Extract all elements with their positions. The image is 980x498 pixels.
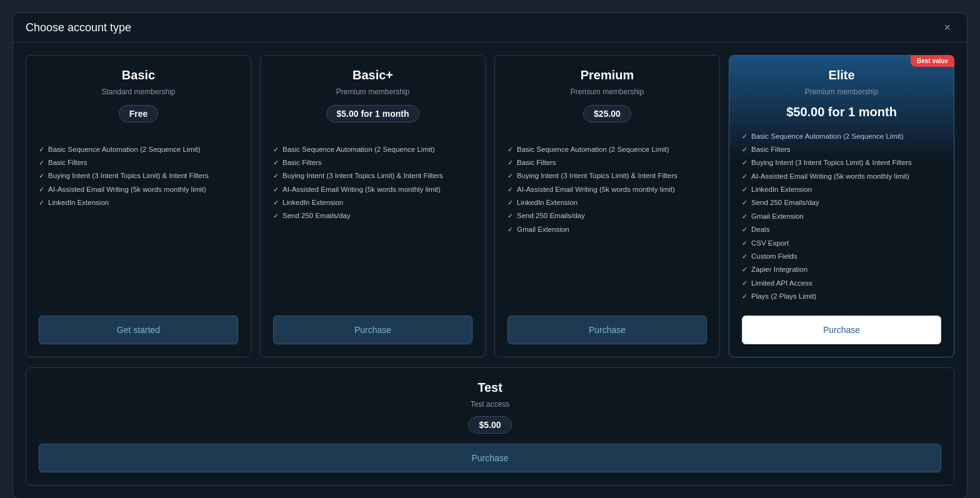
feature-item: Limited API Access — [742, 276, 941, 289]
feature-item: LinkedIn Extension — [273, 196, 472, 209]
feature-item: Buying Intent (3 Intent Topics Limit) & … — [508, 169, 707, 182]
plan-type: Premium membership — [273, 87, 472, 96]
plan-card-basic: BasicStandard membershipFreeBasic Sequen… — [26, 55, 251, 357]
plan-purchase-button[interactable]: Purchase — [508, 316, 707, 344]
plan-card-premium: PremiumPremium membership$25.00Basic Seq… — [494, 55, 720, 357]
feature-item: Basic Filters — [742, 142, 941, 156]
plan-name: Premium — [508, 68, 707, 82]
close-button[interactable]: × — [940, 21, 954, 34]
feature-item: LinkedIn Extension — [742, 183, 941, 196]
feature-item: Basic Sequence Automation (2 Sequence Li… — [39, 142, 238, 156]
plan-purchase-button[interactable]: Purchase — [742, 316, 941, 344]
plan-name: Basic — [39, 68, 238, 82]
plan-price: $5.00 for 1 month — [326, 105, 420, 122]
features-list: Basic Sequence Automation (2 Sequence Li… — [273, 142, 472, 303]
plan-purchase-button[interactable]: Get started — [39, 316, 238, 344]
plan-type: Premium membership — [508, 87, 707, 96]
feature-item: Basic Sequence Automation (2 Sequence Li… — [273, 142, 472, 156]
plan-type: Standard membership — [39, 87, 238, 96]
test-purchase-button[interactable]: Purchase — [39, 444, 941, 472]
plan-price: $50.00 for 1 month — [742, 105, 941, 119]
feature-item: Plays (2 Plays Limit) — [742, 290, 941, 303]
feature-item: Basic Filters — [273, 156, 472, 169]
feature-item: Deals — [742, 223, 941, 236]
plans-row: BasicStandard membershipFreeBasic Sequen… — [26, 55, 954, 357]
feature-item: Gmail Extension — [742, 209, 941, 222]
test-price-badge: $5.00 — [468, 416, 511, 434]
plan-card-elite: Best valueElitePremium membership$50.00 … — [729, 55, 954, 357]
feature-item: Buying Intent (3 Intent Topics Limit) & … — [742, 156, 941, 169]
feature-item: AI-Assisted Email Writing (5k words mont… — [39, 182, 238, 196]
feature-item: Send 250 Emails/day — [742, 196, 941, 209]
test-title: Test — [478, 381, 502, 395]
feature-item: AI-Assisted Email Writing (5k words mont… — [273, 182, 472, 196]
feature-item: Zapier Integration — [742, 263, 941, 276]
feature-item: Send 250 Emails/day — [273, 209, 472, 222]
features-list: Basic Sequence Automation (2 Sequence Li… — [508, 142, 707, 303]
features-list: Basic Sequence Automation (2 Sequence Li… — [39, 142, 238, 303]
plan-price: $25.00 — [583, 105, 631, 122]
feature-item: LinkedIn Extension — [39, 196, 238, 209]
modal: Choose account type × BasicStandard memb… — [12, 12, 968, 498]
feature-item: AI-Assisted Email Writing (5k words mont… — [742, 169, 941, 182]
plan-name: Elite — [742, 68, 941, 82]
feature-item: Send 250 Emails/day — [508, 209, 707, 222]
modal-header: Choose account type × — [13, 13, 967, 42]
feature-item: Buying Intent (3 Intent Topics Limit) & … — [39, 169, 238, 182]
best-value-badge: Best value — [911, 55, 954, 67]
feature-item: Basic Filters — [508, 156, 707, 169]
plan-card-basic-plus: Basic+Premium membership$5.00 for 1 mont… — [260, 55, 486, 357]
plan-purchase-button[interactable]: Purchase — [273, 316, 472, 344]
feature-item: Basic Sequence Automation (2 Sequence Li… — [508, 142, 707, 156]
plan-type: Premium membership — [742, 87, 941, 96]
feature-item: CSV Export — [742, 236, 941, 249]
feature-item: Basic Sequence Automation (2 Sequence Li… — [742, 129, 941, 142]
feature-item: Buying Intent (3 Intent Topics Limit) & … — [273, 169, 472, 182]
feature-item: LinkedIn Extension — [508, 196, 707, 209]
test-section: Test Test access $5.00 Purchase — [26, 367, 954, 486]
test-type: Test access — [471, 400, 510, 409]
plan-name: Basic+ — [273, 68, 472, 82]
feature-item: Custom Fields — [742, 250, 941, 263]
modal-title: Choose account type — [26, 21, 131, 34]
feature-item: Gmail Extension — [508, 222, 707, 236]
plan-price: Free — [119, 105, 159, 122]
features-list: Basic Sequence Automation (2 Sequence Li… — [742, 129, 941, 303]
modal-body: BasicStandard membershipFreeBasic Sequen… — [13, 42, 967, 498]
feature-item: AI-Assisted Email Writing (5k words mont… — [508, 182, 707, 196]
feature-item: Basic Filters — [39, 156, 238, 169]
